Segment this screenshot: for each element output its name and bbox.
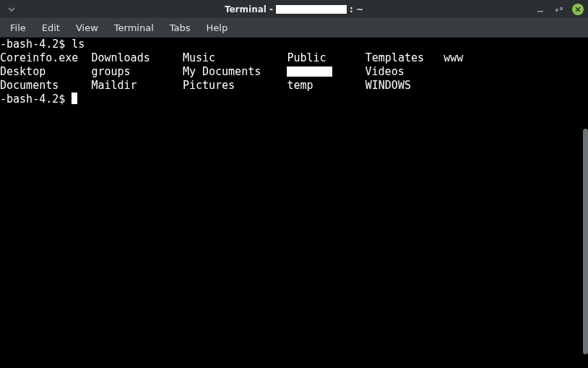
scrollbar[interactable] bbox=[581, 38, 588, 368]
cursor bbox=[72, 93, 77, 104]
window-title: Terminal - : ~ bbox=[225, 4, 363, 14]
menu-edit[interactable]: Edit bbox=[35, 20, 67, 35]
menubar: File Edit View Terminal Tabs Help bbox=[0, 18, 588, 38]
menu-file[interactable]: File bbox=[3, 20, 33, 35]
terminal-area: -bash-4.2$ lsCoreinfo.exe Downloads Musi… bbox=[0, 38, 588, 368]
terminal-window: Terminal - : ~ File Edit View Terminal T… bbox=[0, 0, 588, 368]
menu-view[interactable]: View bbox=[69, 20, 105, 35]
titlebar[interactable]: Terminal - : ~ bbox=[0, 0, 588, 18]
menu-terminal[interactable]: Terminal bbox=[107, 20, 161, 35]
scrollbar-thumb[interactable] bbox=[583, 129, 588, 354]
window-title-suffix: : ~ bbox=[350, 4, 363, 14]
app-menu-icon[interactable] bbox=[6, 4, 17, 15]
close-button[interactable] bbox=[572, 4, 584, 15]
maximize-button[interactable] bbox=[553, 4, 565, 15]
minimize-button[interactable] bbox=[535, 4, 546, 15]
window-title-masked bbox=[276, 5, 347, 14]
menu-help[interactable]: Help bbox=[199, 20, 235, 35]
svg-rect-0 bbox=[537, 11, 543, 12]
terminal-output[interactable]: -bash-4.2$ lsCoreinfo.exe Downloads Musi… bbox=[0, 38, 581, 368]
window-title-prefix: Terminal - bbox=[225, 4, 273, 14]
menu-tabs[interactable]: Tabs bbox=[163, 20, 198, 35]
